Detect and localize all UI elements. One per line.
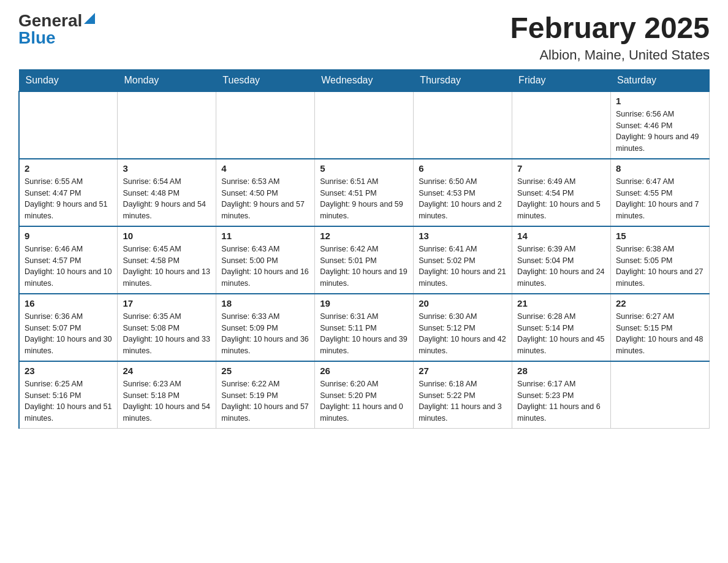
day-info: Sunrise: 6:50 AMSunset: 4:53 PMDaylight:… [419,176,507,222]
day-number: 18 [221,298,309,308]
day-of-week-friday: Friday [512,69,611,91]
calendar-cell: 11Sunrise: 6:43 AMSunset: 5:00 PMDayligh… [216,226,315,294]
day-of-week-sunday: Sunday [19,69,118,91]
day-number: 27 [419,366,507,376]
calendar-cell: 19Sunrise: 6:31 AMSunset: 5:11 PMDayligh… [315,294,414,361]
calendar-week-4: 16Sunrise: 6:36 AMSunset: 5:07 PMDayligh… [19,294,710,361]
days-of-week-row: SundayMondayTuesdayWednesdayThursdayFrid… [19,69,710,91]
day-number: 2 [25,163,112,174]
day-number: 25 [221,366,309,376]
calendar-cell [414,91,512,159]
day-number: 23 [25,366,112,376]
day-of-week-thursday: Thursday [414,69,512,91]
month-title: February 2025 [510,12,710,45]
day-info: Sunrise: 6:35 AMSunset: 5:08 PMDaylight:… [123,311,211,357]
calendar-cell [118,91,216,159]
calendar-cell: 24Sunrise: 6:23 AMSunset: 5:18 PMDayligh… [118,361,216,429]
day-number: 6 [419,163,507,174]
day-info: Sunrise: 6:20 AMSunset: 5:20 PMDaylight:… [320,378,408,424]
logo: General Blue [18,12,95,47]
day-number: 17 [123,298,211,308]
day-info: Sunrise: 6:47 AMSunset: 4:55 PMDaylight:… [616,176,704,222]
calendar-cell: 27Sunrise: 6:18 AMSunset: 5:22 PMDayligh… [414,361,512,429]
day-info: Sunrise: 6:51 AMSunset: 4:51 PMDaylight:… [320,176,408,222]
day-number: 15 [616,231,704,241]
day-info: Sunrise: 6:31 AMSunset: 5:11 PMDaylight:… [320,311,408,357]
calendar-cell: 17Sunrise: 6:35 AMSunset: 5:08 PMDayligh… [118,294,216,361]
day-info: Sunrise: 6:43 AMSunset: 5:00 PMDaylight:… [221,243,309,289]
calendar-cell: 25Sunrise: 6:22 AMSunset: 5:19 PMDayligh… [216,361,315,429]
calendar-cell: 3Sunrise: 6:54 AMSunset: 4:48 PMDaylight… [118,159,216,226]
day-info: Sunrise: 6:41 AMSunset: 5:02 PMDaylight:… [419,243,507,289]
day-number: 8 [616,163,704,174]
calendar-cell: 26Sunrise: 6:20 AMSunset: 5:20 PMDayligh… [315,361,414,429]
calendar-cell: 8Sunrise: 6:47 AMSunset: 4:55 PMDaylight… [611,159,710,226]
calendar-cell: 14Sunrise: 6:39 AMSunset: 5:04 PMDayligh… [512,226,611,294]
calendar-header: SundayMondayTuesdayWednesdayThursdayFrid… [19,69,710,91]
day-info: Sunrise: 6:27 AMSunset: 5:15 PMDaylight:… [616,311,704,357]
day-number: 26 [320,366,408,376]
calendar-cell [512,91,611,159]
calendar-cell: 16Sunrise: 6:36 AMSunset: 5:07 PMDayligh… [19,294,118,361]
day-info: Sunrise: 6:22 AMSunset: 5:19 PMDaylight:… [221,378,309,424]
day-number: 22 [616,298,704,308]
day-info: Sunrise: 6:56 AMSunset: 4:46 PMDaylight:… [616,109,704,155]
logo-general: General [18,12,82,29]
calendar-week-5: 23Sunrise: 6:25 AMSunset: 5:16 PMDayligh… [19,361,710,429]
calendar-week-3: 9Sunrise: 6:46 AMSunset: 4:57 PMDaylight… [19,226,710,294]
calendar-cell: 6Sunrise: 6:50 AMSunset: 4:53 PMDaylight… [414,159,512,226]
day-of-week-saturday: Saturday [611,69,710,91]
calendar-cell [315,91,414,159]
day-info: Sunrise: 6:28 AMSunset: 5:14 PMDaylight:… [517,311,605,357]
day-number: 16 [25,298,112,308]
calendar-table: SundayMondayTuesdayWednesdayThursdayFrid… [18,69,710,429]
calendar-cell: 23Sunrise: 6:25 AMSunset: 5:16 PMDayligh… [19,361,118,429]
calendar-cell [611,361,710,429]
day-info: Sunrise: 6:17 AMSunset: 5:23 PMDaylight:… [517,378,605,424]
day-number: 19 [320,298,408,308]
calendar-cell: 7Sunrise: 6:49 AMSunset: 4:54 PMDaylight… [512,159,611,226]
calendar-week-2: 2Sunrise: 6:55 AMSunset: 4:47 PMDaylight… [19,159,710,226]
day-info: Sunrise: 6:49 AMSunset: 4:54 PMDaylight:… [517,176,605,222]
calendar-cell: 13Sunrise: 6:41 AMSunset: 5:02 PMDayligh… [414,226,512,294]
day-number: 7 [517,163,605,174]
calendar-cell: 10Sunrise: 6:45 AMSunset: 4:58 PMDayligh… [118,226,216,294]
day-number: 9 [25,231,112,241]
logo-triangle-icon [84,13,95,26]
calendar-body: 1Sunrise: 6:56 AMSunset: 4:46 PMDaylight… [19,91,710,429]
logo-blue: Blue [18,29,56,47]
day-of-week-wednesday: Wednesday [315,69,414,91]
day-number: 4 [221,163,309,174]
day-number: 5 [320,163,408,174]
svg-marker-0 [84,13,95,24]
calendar-cell: 18Sunrise: 6:33 AMSunset: 5:09 PMDayligh… [216,294,315,361]
calendar-cell: 12Sunrise: 6:42 AMSunset: 5:01 PMDayligh… [315,226,414,294]
calendar-cell: 28Sunrise: 6:17 AMSunset: 5:23 PMDayligh… [512,361,611,429]
calendar-cell: 21Sunrise: 6:28 AMSunset: 5:14 PMDayligh… [512,294,611,361]
day-number: 21 [517,298,605,308]
day-info: Sunrise: 6:39 AMSunset: 5:04 PMDaylight:… [517,243,605,289]
page-header: General Blue February 2025 Albion, Maine… [18,12,710,63]
day-number: 24 [123,366,211,376]
calendar-cell: 20Sunrise: 6:30 AMSunset: 5:12 PMDayligh… [414,294,512,361]
day-of-week-tuesday: Tuesday [216,69,315,91]
day-info: Sunrise: 6:36 AMSunset: 5:07 PMDaylight:… [25,311,112,357]
calendar-week-1: 1Sunrise: 6:56 AMSunset: 4:46 PMDaylight… [19,91,710,159]
title-area: February 2025 Albion, Maine, United Stat… [510,12,710,63]
calendar-cell [216,91,315,159]
day-number: 1 [616,96,704,106]
day-number: 3 [123,163,211,174]
day-info: Sunrise: 6:30 AMSunset: 5:12 PMDaylight:… [419,311,507,357]
day-of-week-monday: Monday [118,69,216,91]
day-number: 20 [419,298,507,308]
day-number: 28 [517,366,605,376]
location-title: Albion, Maine, United States [510,47,710,63]
day-info: Sunrise: 6:25 AMSunset: 5:16 PMDaylight:… [25,378,112,424]
calendar-cell: 5Sunrise: 6:51 AMSunset: 4:51 PMDaylight… [315,159,414,226]
day-info: Sunrise: 6:45 AMSunset: 4:58 PMDaylight:… [123,243,211,289]
day-number: 13 [419,231,507,241]
day-info: Sunrise: 6:55 AMSunset: 4:47 PMDaylight:… [25,176,112,222]
calendar-cell: 22Sunrise: 6:27 AMSunset: 5:15 PMDayligh… [611,294,710,361]
calendar-cell [19,91,118,159]
calendar-cell: 2Sunrise: 6:55 AMSunset: 4:47 PMDaylight… [19,159,118,226]
